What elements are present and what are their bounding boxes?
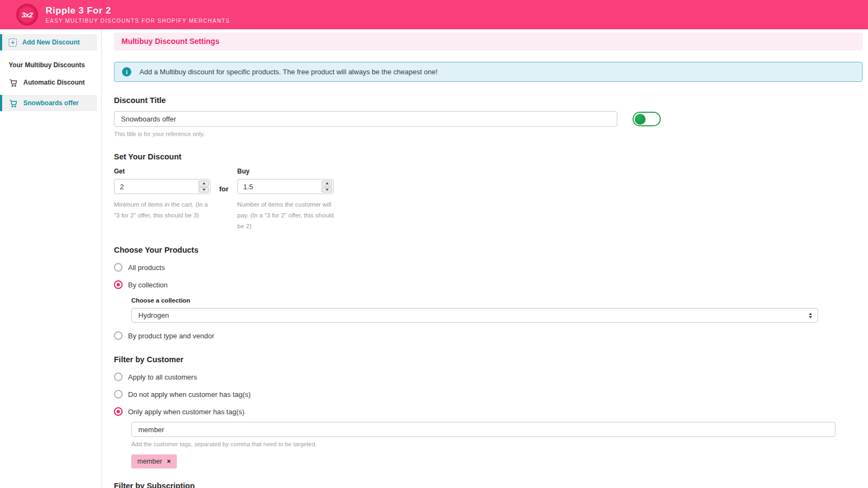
sidebar-item-label: Snowboards offer	[23, 99, 79, 107]
discount-title-helper: This title is for your reference only.	[114, 131, 863, 137]
discount-enabled-toggle[interactable]	[633, 112, 661, 126]
collection-label: Choose a collection	[131, 297, 863, 304]
for-label: for	[219, 185, 228, 193]
stepper-up-icon[interactable]	[322, 181, 332, 187]
stepper-up-icon[interactable]	[199, 181, 209, 187]
collection-select-value: Hydrogen	[138, 311, 809, 319]
info-icon: i	[122, 67, 131, 76]
get-stepper	[199, 181, 209, 192]
sidebar-item-add-new-discount[interactable]: + Add New Discount	[0, 34, 97, 50]
radio-only-apply-tags[interactable]: Only apply when customer has tag(s)	[114, 407, 863, 416]
radio-circle-icon[interactable]	[114, 280, 123, 289]
body-wrap: + Add New Discount Your Multibuy Discoun…	[0, 29, 868, 488]
radio-label[interactable]: By collection	[128, 281, 168, 289]
buy-input-wrap	[237, 179, 334, 194]
get-column: Get Minimum of items in the cart. (In a …	[114, 168, 210, 221]
info-banner: i Add a Multibuy discount for specific p…	[114, 62, 863, 82]
stepper-down-icon[interactable]	[322, 187, 332, 193]
app-title: Ripple 3 For 2	[46, 5, 230, 16]
discount-title-row	[114, 111, 863, 127]
discount-title-heading: Discount Title	[114, 96, 863, 105]
buy-stepper	[322, 181, 332, 192]
cart-icon	[9, 99, 18, 108]
add-discount-icon: +	[9, 38, 17, 47]
header-titles: Ripple 3 For 2 EASY MULTIBUY DISCOUNTS F…	[46, 5, 230, 24]
radio-label[interactable]: By product type and vendor	[128, 332, 214, 340]
app-subtitle: EASY MULTIBUY DISCOUNTS FOR SHOPIFY MERC…	[46, 18, 230, 24]
sidebar-item-label: Automatic Discount	[23, 79, 85, 86]
cart-icon	[9, 78, 18, 87]
radio-by-product-type-vendor[interactable]: By product type and vendor	[114, 331, 863, 340]
buy-quantity-input[interactable]	[237, 179, 334, 194]
customer-tags-input-wrap	[131, 422, 835, 437]
radio-label[interactable]: Do not apply when customer has tag(s)	[128, 390, 251, 399]
radio-all-customers[interactable]: Apply to all customers	[114, 373, 863, 381]
info-banner-text: Add a Multibuy discount for specific pro…	[139, 68, 438, 76]
select-arrows-icon	[809, 313, 812, 318]
get-label: Get	[114, 168, 210, 175]
main-content: Multibuy Discount Settings i Add a Multi…	[102, 29, 868, 488]
discount-title-input-wrap	[114, 111, 617, 127]
tag-chip-label: member	[137, 458, 162, 465]
customer-tags-input[interactable]	[131, 422, 835, 437]
chip-close-icon[interactable]: ×	[167, 458, 171, 465]
get-helper: Minimum of items in the cart. (In a "3 f…	[114, 199, 210, 221]
sidebar-section-title: Your Multibuy Discounts	[0, 61, 97, 69]
buy-label: Buy	[237, 168, 334, 175]
logo-text: 3x2	[22, 11, 33, 19]
app-logo: 3x2	[16, 4, 38, 25]
radio-circle-icon[interactable]	[114, 373, 123, 381]
stepper-down-icon[interactable]	[199, 187, 209, 193]
products-heading: Choose Your Products	[114, 246, 863, 254]
sidebar-item-snowboards-offer[interactable]: Snowboards offer	[0, 95, 97, 111]
set-discount-columns: Get Minimum of items in the cart. (In a …	[114, 168, 863, 232]
radio-circle-icon[interactable]	[114, 331, 123, 340]
toggle-knob	[635, 114, 646, 125]
sidebar-add-new-label: Add New Discount	[22, 38, 80, 46]
tag-chip: member ×	[131, 454, 177, 468]
page-title: Multibuy Discount Settings	[114, 33, 863, 50]
customer-tags-helper: Add the customer tags, separated by comm…	[131, 441, 863, 447]
app-header: 3x2 Ripple 3 For 2 EASY MULTIBUY DISCOUN…	[0, 0, 868, 29]
buy-column: Buy Number of items the customer will pa…	[237, 168, 334, 232]
collection-block: Choose a collection Hydrogen	[131, 297, 863, 323]
radio-label[interactable]: Apply to all customers	[128, 373, 197, 381]
get-quantity-input[interactable]	[114, 179, 210, 194]
radio-label[interactable]: Only apply when customer has tag(s)	[128, 408, 245, 416]
radio-circle-icon[interactable]	[114, 407, 123, 416]
sidebar-item-automatic-discount[interactable]: Automatic Discount	[0, 74, 97, 91]
radio-by-collection[interactable]: By collection	[114, 280, 863, 289]
subscription-heading: Filter by Subscription	[114, 481, 863, 488]
radio-circle-icon[interactable]	[114, 390, 123, 399]
discount-title-input[interactable]	[114, 111, 617, 127]
radio-not-apply-tags[interactable]: Do not apply when customer has tag(s)	[114, 390, 863, 399]
sidebar-gap	[0, 91, 97, 95]
buy-helper: Number of items the customer will pay. (…	[237, 199, 334, 232]
customer-heading: Filter by Customer	[114, 355, 863, 364]
get-input-wrap	[114, 179, 210, 194]
radio-all-products[interactable]: All products	[114, 263, 863, 272]
sidebar: + Add New Discount Your Multibuy Discoun…	[0, 29, 102, 488]
collection-select[interactable]: Hydrogen	[131, 308, 818, 323]
set-discount-heading: Set Your Discount	[114, 152, 863, 161]
radio-circle-icon[interactable]	[114, 263, 123, 272]
radio-label[interactable]: All products	[128, 264, 165, 272]
